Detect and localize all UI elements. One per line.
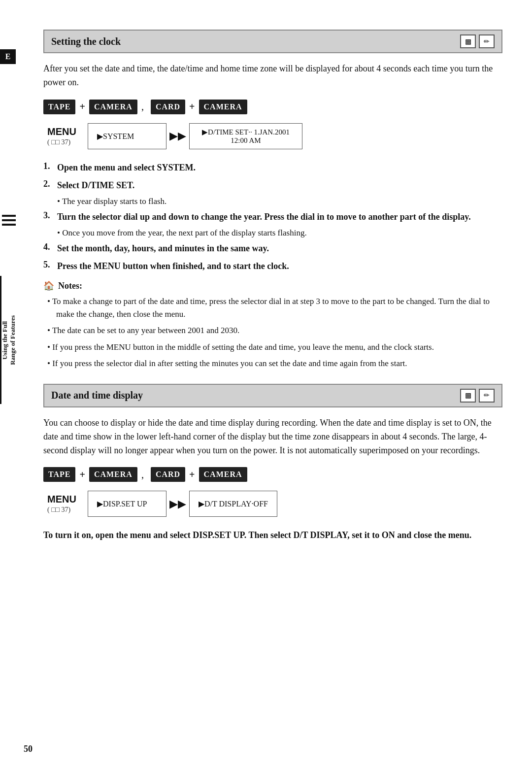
plus4: + [189, 469, 195, 480]
camera-tag3: CAMERA [89, 467, 137, 482]
page-number: 50 [24, 744, 33, 754]
menu-dt-display-text: ▶D/T DISPLAY·OFF [199, 499, 268, 508]
edit-icon: ✏ [484, 37, 490, 46]
step4-num: 4. [43, 242, 57, 252]
tab-label: E [5, 52, 11, 61]
step5-num: 5. [43, 260, 57, 270]
camera-tag2: CAMERA [199, 100, 247, 114]
menu-datetime-line2: 12:00 AM [231, 136, 261, 145]
card-tag: CARD [151, 100, 185, 114]
section2-conclusion: To turn it on, open the menu and select … [43, 529, 502, 542]
edit-icon2: ✏ [484, 391, 490, 400]
card-tag2: CARD [151, 467, 185, 482]
menu-disp-box: ▶DISP.SET UP [88, 491, 166, 517]
steps-section: 1. Open the menu and select SYSTEM. 2. S… [43, 161, 502, 272]
camera-icon-box: ▩ [460, 34, 476, 48]
note1-4: • If you press the selector dial in afte… [47, 357, 502, 370]
note1-3: • If you press the MENU button in the mi… [47, 341, 502, 354]
section2-title: Date and time display [51, 390, 143, 401]
main-content: Setting the clock ▩ ✏ After you set the … [24, 0, 532, 572]
section1-intro: After you set the date and time, the dat… [43, 62, 502, 90]
menu-arrow2: ▶▶ [166, 491, 189, 517]
plus3: + [79, 469, 85, 480]
camera-icon-box2: ▩ [460, 389, 476, 403]
section2-intro: You can choose to display or hide the da… [43, 416, 502, 458]
notes-header1: 🏠 Notes: [43, 280, 502, 291]
menu-label2: MENU ( □□ 37) [43, 491, 88, 517]
menu-datetime-box: ▶D/TIME SET·· 1.JAN.2001 12:00 AM [189, 123, 302, 149]
step-1: 1. Open the menu and select SYSTEM. [43, 161, 502, 174]
step2-text: Select D/TIME SET. [57, 179, 134, 192]
plus1: + [79, 101, 85, 112]
step3-sub: • Once you move from the year, the next … [57, 228, 502, 238]
menu-word2: MENU [47, 494, 84, 505]
menu-system-box: ▶SYSTEM [88, 123, 166, 149]
camera-tag4: CAMERA [199, 467, 247, 482]
camera-icon2: ▩ [465, 391, 471, 400]
step3-text: Turn the selector dial up and down to ch… [57, 210, 471, 223]
camera-icon: ▩ [465, 37, 471, 46]
step2-num: 2. [43, 179, 57, 189]
menu-datetime-line1: ▶D/TIME SET·· 1.JAN.2001 [202, 128, 290, 136]
step-2: 2. Select D/TIME SET. [43, 179, 502, 192]
section2-menu-block: MENU ( □□ 37) ▶DISP.SET UP ▶▶ ▶D/T DISPL… [43, 491, 502, 517]
section-tab: E [0, 49, 16, 64]
step-4: 4. Set the month, day, hours, and minute… [43, 242, 502, 255]
notes-section1: 🏠 Notes: • To make a change to part of t… [43, 280, 502, 370]
edit-icon-box2: ✏ [479, 389, 495, 403]
menu-label1: MENU ( □□ 37) [43, 123, 88, 149]
step-5: 5. Press the MENU button when finished, … [43, 260, 502, 272]
step5-text: Press the MENU button when finished, and… [57, 260, 289, 272]
menu-system-text: ▶SYSTEM [97, 132, 134, 141]
section2-icons: ▩ ✏ [460, 389, 495, 403]
tape-tag: TAPE [43, 100, 75, 114]
tape-tag2: TAPE [43, 467, 75, 482]
menu-arrow1: ▶▶ [166, 123, 189, 149]
step1-num: 1. [43, 161, 57, 171]
notes-title1: Notes: [58, 281, 82, 291]
menu-ref2: ( □□ 37) [47, 506, 84, 514]
sidebar-decoration [0, 212, 16, 229]
section1-mode-diagram: TAPE + CAMERA , CARD + CAMERA [43, 100, 502, 114]
step4-text: Set the month, day, hours, and minutes i… [57, 242, 269, 255]
menu-dt-display-box: ▶D/T DISPLAY·OFF [189, 491, 277, 517]
step2-sub: • The year display starts to flash. [57, 197, 502, 206]
plus2: + [189, 101, 195, 112]
step1-text: Open the menu and select SYSTEM. [57, 161, 196, 174]
notes-icon1: 🏠 [43, 280, 54, 291]
sidebar-label: Using the Full Range of Features [0, 276, 16, 404]
section2-header: Date and time display ▩ ✏ [43, 384, 502, 407]
note1-2: • The date can be set to any year betwee… [47, 324, 502, 337]
step3-num: 3. [43, 210, 57, 221]
edit-icon-box: ✏ [479, 34, 495, 48]
section1-icons: ▩ ✏ [460, 34, 495, 48]
menu-disp-text: ▶DISP.SET UP [97, 499, 147, 508]
note1-1: • To make a change to part of the date a… [47, 295, 502, 320]
section1-header: Setting the clock ▩ ✏ [43, 30, 502, 53]
section1-title: Setting the clock [51, 36, 121, 47]
comma2: , [141, 469, 144, 480]
menu-ref1: ( □□ 37) [47, 138, 84, 146]
comma1: , [141, 101, 144, 112]
step-3: 3. Turn the selector dial up and down to… [43, 210, 502, 223]
camera-tag1: CAMERA [89, 100, 137, 114]
section2-mode-diagram: TAPE + CAMERA , CARD + CAMERA [43, 467, 502, 482]
sidebar-text: Using the Full Range of Features [1, 315, 16, 365]
section1-menu-block: MENU ( □□ 37) ▶SYSTEM ▶▶ ▶D/TIME SET·· 1… [43, 123, 502, 149]
menu-word1: MENU [47, 126, 84, 137]
